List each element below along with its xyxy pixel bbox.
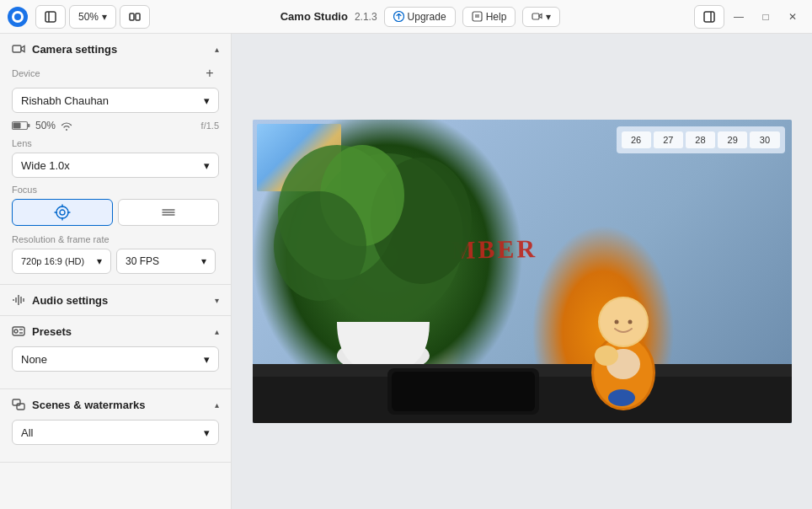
preview-background: 26 27 28 29 30 MBER [253,120,792,423]
zoom-control[interactable]: 50% ▾ [69,5,116,29]
help-button[interactable]: Help [462,7,516,27]
svg-rect-3 [45,12,56,22]
lens-dropdown[interactable]: Wide 1.0x ▾ [12,153,219,178]
preview-area: 26 27 28 29 30 MBER [232,34,812,509]
zoom-chevron: ▾ [102,11,107,23]
svg-rect-42 [392,372,535,411]
audio-settings-header-left: Audio settings [12,293,108,307]
presets-dropdown[interactable]: None ▾ [12,346,219,372]
audio-settings-header[interactable]: Audio settings ▾ [0,285,231,315]
scenes-value: All [21,426,33,439]
svg-point-48 [614,320,618,324]
device-dropdown[interactable]: Rishabh Chauhan ▾ [12,88,219,113]
scenes-watermarks-section: Scenes & watermarks ▴ All ▾ [0,389,231,463]
camera-settings-label: Camera settings [32,43,117,56]
camera-settings-chevron: ▴ [215,45,219,54]
camera-source-button[interactable]: ▾ [522,7,560,27]
svg-rect-5 [130,13,134,20]
plant-svg [253,120,792,423]
titlebar-center: Camo Studio 2.1.3 Upgrade Help ▾ [153,7,687,27]
svg-rect-16 [28,124,30,127]
camera-settings-header-left: Camera settings [12,42,117,56]
close-button[interactable]: ✕ [780,5,805,29]
battery-icon [12,121,30,131]
svg-rect-17 [13,123,21,129]
upgrade-button[interactable]: Upgrade [384,7,456,27]
scenes-chevron: ▴ [215,400,219,410]
audio-icon [12,293,25,307]
focus-controls [12,199,219,226]
main-area: Camera settings ▴ Device + Rishabh Chauh… [0,34,812,509]
lens-value: Wide 1.0x [21,159,70,172]
camera-settings-body: Device + Rishabh Chauhan ▾ [0,64,231,284]
window-controls: — □ ✕ [694,5,805,29]
fps-dropdown[interactable]: 30 FPS ▾ [116,249,216,274]
battery-svg [12,121,30,131]
camera-settings-header[interactable]: Camera settings ▴ [0,34,231,64]
camera-settings-section: Camera settings ▴ Device + Rishabh Chauh… [0,34,231,285]
audio-settings-chevron: ▾ [215,296,219,305]
titlebar: 50% ▾ Camo Studio 2.1.3 Upgrade Help [0,0,812,34]
scenes-watermarks-body: All ▾ [0,420,231,462]
status-left: 50% [12,120,72,131]
collapse-sidebar-button[interactable] [694,5,724,29]
svg-point-28 [14,330,18,333]
presets-dropdown-chevron: ▾ [204,353,210,366]
svg-rect-6 [136,13,140,20]
battery-percentage: 50% [35,120,56,131]
resolution-label: Resolution & frame rate [12,234,219,244]
presets-section: Presets ▴ None ▾ [0,316,231,389]
resolution-chevron: ▾ [97,255,102,267]
svg-point-18 [56,206,68,218]
app-version: 2.1.3 [355,11,377,23]
scenes-icon [12,398,25,411]
lens-label: Lens [12,138,219,148]
scenes-watermarks-label: Scenes & watermarks [32,399,145,411]
resolution-value: 720p 16:9 (HD) [21,256,84,266]
camera-chevron: ▾ [546,11,551,23]
scenes-dropdown-chevron: ▾ [204,426,210,439]
focus-auto-button[interactable] [12,199,113,226]
split-view-button[interactable] [120,5,150,29]
svg-rect-12 [704,12,714,22]
zoom-value: 50% [78,11,99,23]
sidebar: Camera settings ▴ Device + Rishabh Chauh… [0,34,232,509]
svg-point-50 [595,346,618,366]
add-device-button[interactable]: + [200,64,219,83]
fps-chevron: ▾ [201,255,206,267]
resolution-section: Resolution & frame rate 720p 16:9 (HD) ▾… [12,234,219,274]
focus-label: Focus [12,185,219,195]
presets-header[interactable]: Presets ▴ [0,316,231,346]
presets-body: None ▾ [0,346,231,388]
camera-icon [12,42,25,56]
audio-settings-label: Audio settings [32,294,108,307]
help-label: Help [486,11,507,23]
presets-value: None [21,353,47,366]
svg-point-37 [274,191,366,301]
svg-point-19 [60,210,65,215]
wifi-icon [61,121,72,131]
device-name: Rishabh Chauhan [21,94,109,107]
app-name: Camo Studio [280,10,348,23]
focus-manual-icon [160,204,177,221]
svg-point-51 [608,389,635,406]
presets-label: Presets [32,325,72,338]
scenes-watermarks-header[interactable]: Scenes & watermarks ▴ [0,389,231,420]
device-label: Device [12,68,40,78]
maximize-button[interactable]: □ [753,5,778,29]
fps-value: 30 FPS [126,255,159,267]
minimize-button[interactable]: — [726,5,751,29]
svg-point-2 [14,13,21,20]
svg-rect-14 [13,46,21,52]
presets-icon [12,324,25,338]
resolution-dropdown[interactable]: 720p 16:9 (HD) ▾ [12,249,111,274]
lens-dropdown-chevron: ▾ [204,159,210,172]
upgrade-label: Upgrade [408,11,446,23]
focus-manual-button[interactable] [118,199,219,226]
presets-chevron: ▴ [215,327,219,336]
sidebar-toggle-button[interactable] [35,5,66,29]
scenes-dropdown[interactable]: All ▾ [12,420,219,445]
aperture-value: f/1.5 [201,121,219,131]
presets-header-left: Presets [12,324,72,338]
audio-settings-section: Audio settings ▾ [0,285,231,316]
